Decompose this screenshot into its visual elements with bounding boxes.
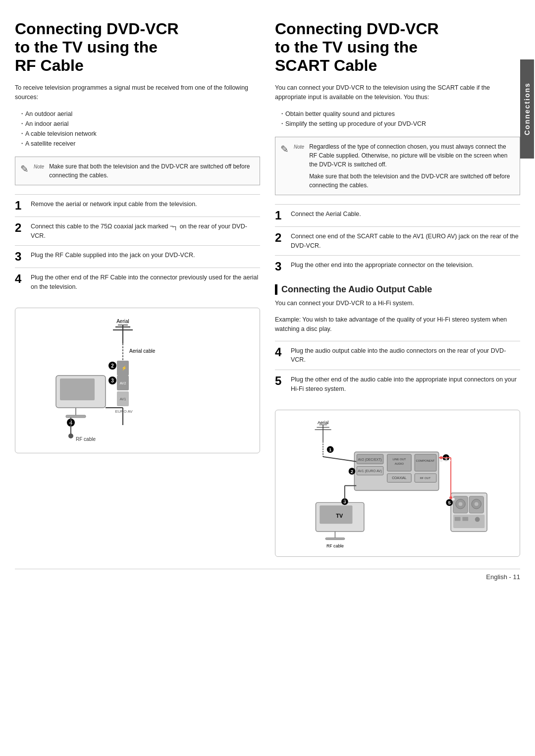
list-item: Obtain better quality sound and pictures: [279, 109, 520, 119]
svg-text:RF OUT: RF OUT: [420, 476, 430, 479]
svg-point-68: [458, 502, 462, 506]
svg-point-83: [449, 496, 452, 499]
note-icon: ✎: [20, 163, 29, 175]
svg-text:AV2: AV2: [119, 381, 126, 385]
audio-intro-2: Example: You wish to take advantage of t…: [275, 315, 520, 334]
footer-text: English - 11: [486, 573, 520, 581]
step-number: 2: [15, 222, 26, 234]
svg-point-75: [475, 517, 480, 522]
note-label: Note: [294, 144, 304, 150]
note-label: Note: [34, 164, 44, 169]
step-number: 3: [275, 261, 286, 272]
list-item: An outdoor aerial: [19, 109, 260, 119]
step-number: 2: [275, 232, 286, 244]
svg-text:5: 5: [448, 500, 451, 505]
right-bullet-list: Obtain better quality sound and pictures…: [275, 109, 520, 129]
left-diagram: Aerial Aerial cable ⚡ 2 3: [15, 308, 260, 453]
connections-sidebar: Connections: [520, 59, 534, 159]
list-item: An indoor aerial: [19, 119, 260, 129]
scart-step-3: 3 Plug the other end into the appropriat…: [275, 255, 520, 277]
svg-rect-73: [454, 517, 460, 521]
step-text: Connect this cable to the 75Ω coaxial ja…: [31, 222, 260, 241]
svg-text:AV1 (EURO AV): AV1 (EURO AV): [358, 469, 381, 473]
svg-text:AUDIO: AUDIO: [394, 462, 404, 465]
svg-text:LINE OUT: LINE OUT: [392, 457, 406, 460]
scart-step-2: 2 Connect one end of the SCART cable to …: [275, 226, 520, 256]
right-title: Connecting DVD-VCR to the TV using the S…: [275, 20, 520, 74]
step-text: Plug the other end into the appropriate …: [291, 261, 520, 270]
svg-text:Aerial: Aerial: [317, 420, 328, 425]
step-4: 4 Plug the other end of the RF Cable int…: [15, 268, 260, 297]
step-1: 1 Remove the aerial or network input cab…: [15, 194, 260, 216]
step-number: 4: [275, 346, 286, 358]
audio-step-5: 5 Plug the other end of the audio cable …: [275, 370, 520, 399]
page-container: Connecting DVD-VCR to the TV using the R…: [15, 20, 520, 557]
note-text: Regardless of the type of connection cho…: [309, 142, 515, 190]
step-text: Remove the aerial or network input cable…: [31, 200, 260, 209]
svg-point-81: [439, 456, 442, 459]
svg-text:1: 1: [328, 447, 331, 452]
svg-text:COAXIAL: COAXIAL: [392, 476, 407, 479]
aerial-cable-label: Aerial cable: [129, 348, 156, 354]
aerial-label: Aerial: [116, 319, 129, 324]
svg-rect-72: [453, 514, 484, 528]
svg-point-84: [452, 497, 455, 500]
svg-text:AV1: AV1: [119, 397, 126, 401]
audio-step-4: 4 Plug the audio output cable into the a…: [275, 341, 520, 370]
scart-step-1: 1 Connect the Aerial Cable.: [275, 204, 520, 226]
step-number: 1: [15, 200, 26, 212]
svg-point-27: [68, 433, 73, 438]
step-text: Plug the other end of the audio cable in…: [291, 375, 520, 394]
right-diagram-svg: Aerial 1 AV2 (DEC/EXT) AV1 (EURO AV): [306, 418, 489, 548]
step-3: 3 Plug the RF Cable supplied into the ja…: [15, 245, 260, 268]
step-number: 4: [15, 273, 26, 285]
svg-line-64: [323, 457, 356, 462]
svg-text:COMPONENT: COMPONENT: [416, 459, 434, 462]
right-column: Connecting DVD-VCR to the TV using the S…: [275, 20, 520, 557]
step-text: Connect the Aerial Cable.: [291, 210, 520, 219]
svg-rect-74: [462, 517, 468, 521]
step-number: 3: [15, 251, 26, 263]
svg-rect-18: [60, 378, 95, 400]
note-text: Make sure that both the television and t…: [49, 162, 255, 180]
svg-text:AV2 (DEC/EXT): AV2 (DEC/EXT): [358, 457, 381, 461]
left-diagram-svg: Aerial Aerial cable ⚡ 2 3: [46, 316, 229, 445]
svg-text:EURO AV: EURO AV: [115, 409, 133, 414]
list-item: A cable television network: [19, 129, 260, 139]
svg-point-71: [474, 502, 478, 506]
left-note-box: ✎ Note Make sure that both the televisio…: [15, 157, 260, 185]
svg-text:TV: TV: [336, 512, 343, 518]
step-number: 1: [275, 210, 286, 221]
svg-rect-46: [415, 454, 436, 471]
step-text: Connect one end of the SCART cable to th…: [291, 232, 520, 251]
step-text: Plug the audio output cable into the aud…: [291, 346, 520, 365]
note-icon: ✎: [280, 143, 289, 155]
step-text: Plug the other end of the RF Cable into …: [31, 273, 260, 292]
left-column: Connecting DVD-VCR to the TV using the R…: [15, 20, 260, 557]
svg-text:3: 3: [111, 378, 114, 383]
right-diagram: Aerial 1 AV2 (DEC/EXT) AV1 (EURO AV): [275, 410, 520, 557]
step-number: 5: [275, 375, 286, 387]
svg-rect-20: [66, 415, 86, 418]
svg-text:RF cable: RF cable: [326, 543, 343, 548]
list-item: A satellite receiver: [19, 139, 260, 149]
svg-text:⚡: ⚡: [121, 365, 127, 371]
svg-text:2: 2: [350, 469, 353, 474]
svg-point-82: [439, 459, 442, 462]
footer: English - 11: [15, 569, 520, 581]
list-item: Simplify the setting up procedure of you…: [279, 119, 520, 129]
svg-rect-58: [325, 538, 344, 540]
left-bullet-list: An outdoor aerial An indoor aerial A cab…: [15, 109, 260, 149]
svg-text:2: 2: [111, 363, 114, 369]
step-2: 2 Connect this cable to the 75Ω coaxial …: [15, 216, 260, 246]
right-intro: You can connect your DVD-VCR to the tele…: [275, 83, 520, 102]
right-note-box: ✎ Note Regardless of the type of connect…: [275, 137, 520, 195]
audio-intro-1: You can connect your DVD-VCR to a Hi-Fi …: [275, 299, 520, 308]
step-text: Plug the RF Cable supplied into the jack…: [31, 251, 260, 260]
left-intro: To receive television programmes a signa…: [15, 83, 260, 102]
svg-text:RF cable: RF cable: [75, 436, 95, 442]
audio-section-title: Connecting the Audio Output Cable: [275, 284, 520, 295]
left-title: Connecting DVD-VCR to the TV using the R…: [15, 20, 260, 74]
